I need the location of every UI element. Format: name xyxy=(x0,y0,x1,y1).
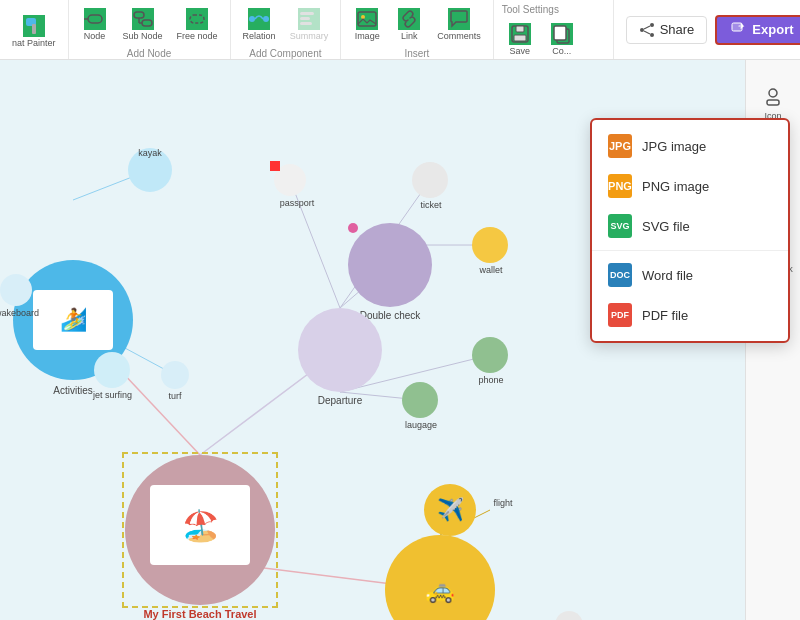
svg-point-10 xyxy=(263,16,269,22)
export-jpg-item[interactable]: JPG JPG image xyxy=(592,126,788,166)
jet-surfing-label: jet surfing xyxy=(85,390,140,400)
wallet-node[interactable] xyxy=(472,227,508,263)
ticket-node[interactable] xyxy=(412,162,448,198)
laugage-node[interactable] xyxy=(402,382,438,418)
svg-rect-20 xyxy=(554,26,566,40)
export-svg-label: SVG file xyxy=(642,219,690,234)
link-label: Link xyxy=(401,31,418,41)
svg-rect-17 xyxy=(516,26,524,32)
ticket-label: ticket xyxy=(406,200,456,210)
double-check-node[interactable] xyxy=(348,223,432,307)
canvas[interactable]: 🏄 Activities kayak wakeboard jet surfing… xyxy=(0,60,800,620)
save-icon xyxy=(509,23,531,45)
double-check-dot xyxy=(348,223,358,233)
export-pdf-item[interactable]: PDF PDF file xyxy=(592,295,788,335)
image-label: Image xyxy=(355,31,380,41)
wallet-label: wallet xyxy=(466,265,516,275)
save-btn[interactable]: Save xyxy=(502,21,538,58)
svg-rect-5 xyxy=(142,20,152,26)
svg-icon-text: SVG xyxy=(610,221,629,231)
svg-point-23 xyxy=(650,33,654,37)
svg-rect-12 xyxy=(300,17,310,20)
doc-icon: DOC xyxy=(608,263,632,287)
export-pdf-label: PDF file xyxy=(642,308,688,323)
jpg-icon-text: JPG xyxy=(609,140,631,152)
svg-rect-4 xyxy=(134,12,144,18)
node-label: Node xyxy=(84,31,106,41)
export-label: Export xyxy=(752,22,793,37)
image-icon xyxy=(356,8,378,30)
insert-group: Image Link Comments Insert xyxy=(341,0,494,59)
svg-rect-11 xyxy=(300,12,314,15)
jet-surfing-node[interactable] xyxy=(94,352,130,388)
export-png-label: PNG image xyxy=(642,179,709,194)
passport-dot xyxy=(270,161,280,171)
svg-point-22 xyxy=(640,28,644,32)
export-svg-item[interactable]: SVG SVG file xyxy=(592,206,788,246)
tool-settings-label: Tool Settings xyxy=(502,4,605,15)
svg-rect-13 xyxy=(300,22,312,25)
save-label: Save xyxy=(509,46,530,56)
relation-icon xyxy=(248,8,270,30)
pdf-icon: PDF xyxy=(608,303,632,327)
sidebar-icon-icon xyxy=(762,86,784,108)
svg-rect-44 xyxy=(767,100,779,105)
flight-label: flight xyxy=(478,498,528,508)
pdf-icon-text: PDF xyxy=(611,310,629,320)
export-word-item[interactable]: DOC Word file xyxy=(592,255,788,295)
action-buttons: Share Export xyxy=(614,0,800,59)
departure-node[interactable] xyxy=(298,308,382,392)
export-button[interactable]: Export xyxy=(715,15,800,45)
share-icon xyxy=(639,22,655,38)
summary-btn[interactable]: Summary xyxy=(286,6,333,43)
export-png-item[interactable]: PNG PNG image xyxy=(592,166,788,206)
share-button[interactable]: Share xyxy=(626,16,708,44)
comments-label: Comments xyxy=(437,31,481,41)
relation-btn[interactable]: Relation xyxy=(239,6,280,43)
export-icon xyxy=(731,22,747,38)
sub-node-btn[interactable]: Sub Node xyxy=(119,6,167,43)
phone-label: phone xyxy=(466,375,516,385)
sub-node-icon xyxy=(132,8,154,30)
add-node-group: Node Sub Node Free node Add Node xyxy=(69,0,231,59)
format-painter-group: nat Painter xyxy=(0,0,69,59)
departure-label: Departure xyxy=(298,395,382,406)
svg-rect-2 xyxy=(88,15,102,23)
sub-node-label: Sub Node xyxy=(123,31,163,41)
kayak-label: kayak xyxy=(120,148,180,158)
wakeboard-node[interactable] xyxy=(0,274,32,306)
format-painter-label: nat Painter xyxy=(12,38,56,48)
beach-travel-node[interactable]: 🏖️ xyxy=(125,455,275,605)
add-component-group: Relation Summary Add Component xyxy=(231,0,342,59)
passport-label: passport xyxy=(262,198,332,208)
svg-point-21 xyxy=(650,23,654,27)
turf-node[interactable] xyxy=(161,361,189,389)
format-painter-icon xyxy=(23,15,45,37)
image-btn[interactable]: Image xyxy=(349,6,385,43)
svg-point-9 xyxy=(249,16,255,22)
turf-label: turf xyxy=(157,391,193,401)
from-airport-node[interactable] xyxy=(555,611,583,620)
node-btn[interactable]: Node xyxy=(77,6,113,43)
transportation-node[interactable]: 🚕 xyxy=(385,535,495,620)
summary-icon xyxy=(298,8,320,30)
link-btn[interactable]: Link xyxy=(391,6,427,43)
node-icon xyxy=(84,8,106,30)
doc-icon-text: DOC xyxy=(610,270,630,280)
free-node-icon xyxy=(186,8,208,30)
free-node-btn[interactable]: Free node xyxy=(173,6,222,43)
add-node-group-label: Add Node xyxy=(127,48,171,59)
link-icon xyxy=(398,8,420,30)
copy-btn[interactable]: Co... xyxy=(544,21,580,58)
svg-rect-18 xyxy=(514,35,526,41)
comments-btn[interactable]: Comments xyxy=(433,6,485,43)
export-jpg-label: JPG image xyxy=(642,139,706,154)
toolbar: nat Painter Node Sub Node F xyxy=(0,0,800,60)
wakeboard-label: wakeboard xyxy=(0,308,45,318)
png-icon: PNG xyxy=(608,174,632,198)
flight-icon-node[interactable]: ✈️ xyxy=(424,484,476,536)
phone-node[interactable] xyxy=(472,337,508,373)
svg-point-43 xyxy=(769,89,777,97)
copy-label: Co... xyxy=(552,46,571,56)
format-painter-btn[interactable]: nat Painter xyxy=(8,13,60,50)
